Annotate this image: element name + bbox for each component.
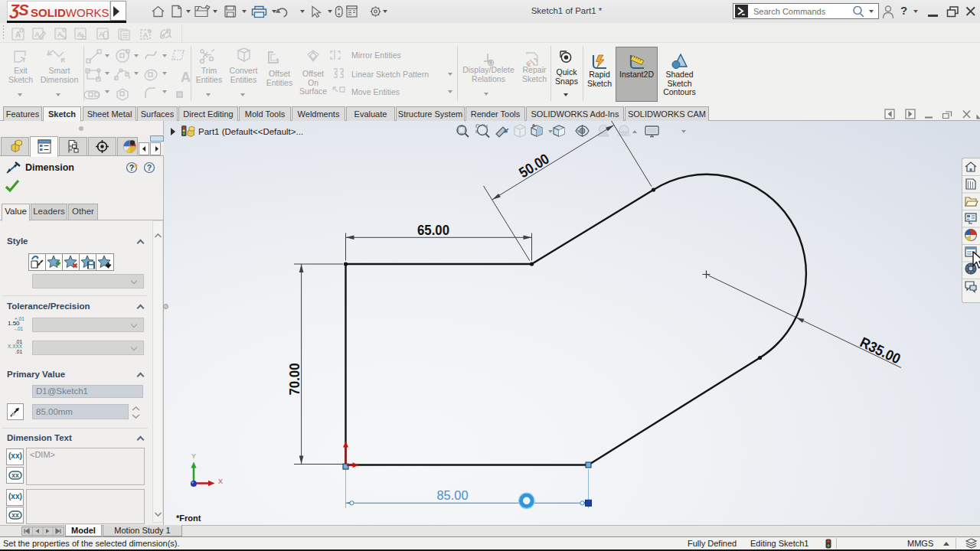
svg-text:A: A <box>143 31 149 39</box>
svg-text:*Front: *Front <box>176 514 201 523</box>
svg-text:A: A <box>181 70 191 85</box>
svg-text:50.00: 50.00 <box>516 151 552 181</box>
svg-text:70.00: 70.00 <box>286 364 302 396</box>
svg-text:Y: Y <box>191 452 196 460</box>
svg-text:85.00: 85.00 <box>437 488 469 502</box>
svg-text:X: X <box>218 478 223 485</box>
svg-text:R35.00: R35.00 <box>858 334 903 367</box>
svg-text:A: A <box>57 30 63 38</box>
svg-text:65.00: 65.00 <box>417 222 449 238</box>
